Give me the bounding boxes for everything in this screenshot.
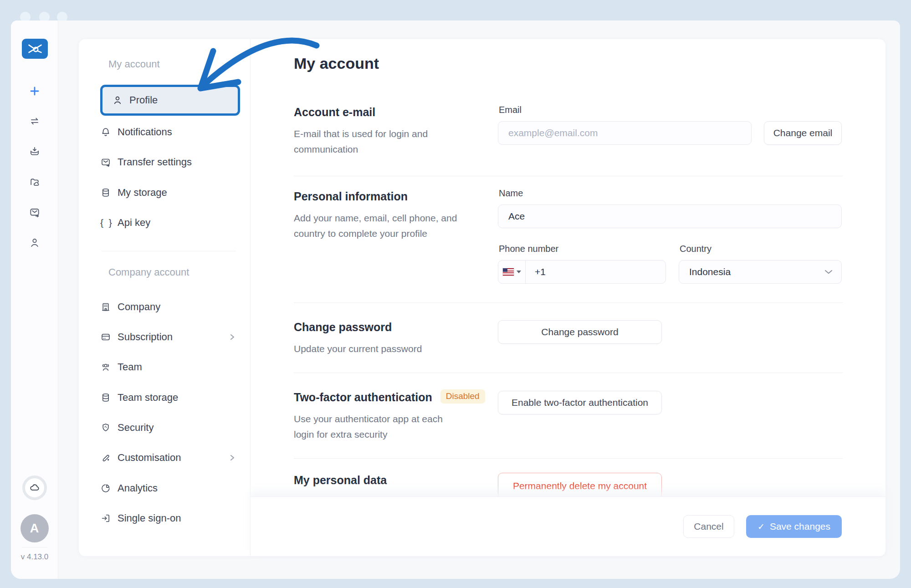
section-personal-information: Personal information Add your name, emai… — [294, 188, 842, 241]
sidebar-item-analytics[interactable]: Analytics — [100, 480, 240, 496]
logo-glyph — [25, 41, 45, 56]
rail-divider — [22, 547, 47, 547]
us-flag-icon — [503, 268, 514, 276]
sidebar-item-label: Customisation — [118, 452, 181, 464]
disabled-status-badge: Disabled — [440, 389, 485, 404]
cloud-folder-icon[interactable] — [29, 176, 41, 188]
sidebar-divider — [102, 251, 236, 251]
chevron-right-icon — [229, 453, 235, 463]
settings-card: My account Profile Notifications — [79, 39, 885, 556]
country-select[interactable]: Indonesia — [679, 260, 842, 284]
country-label: Country — [680, 244, 842, 254]
people-icon — [100, 362, 111, 373]
bell-icon — [100, 127, 111, 138]
sidebar-item-transfer-settings[interactable]: Transfer settings — [100, 154, 240, 170]
person-icon — [112, 95, 123, 106]
delete-account-button[interactable]: Permanently delete my account — [498, 473, 662, 499]
sidebar-item-label: Single sign-on — [118, 512, 181, 524]
building-icon — [100, 302, 111, 312]
braces-icon: { } — [100, 217, 111, 228]
chevron-right-icon — [229, 332, 235, 342]
section-two-factor: Two-factor authentication Disabled Use y… — [294, 389, 842, 442]
section-description: E-mail that is used for login and commun… — [294, 126, 449, 157]
enable-two-factor-button[interactable]: Enable two-factor authentication — [498, 391, 662, 414]
sidebar-item-company[interactable]: Company — [100, 299, 240, 315]
app-window: A v 4.13.0 My account Profile Notificati… — [11, 20, 900, 579]
sidebar-item-label: Team — [118, 361, 142, 373]
sent-transfers-icon[interactable] — [29, 206, 41, 218]
section-description: Update your current password — [294, 341, 460, 357]
account-person-icon[interactable] — [29, 237, 41, 249]
app-logo[interactable] — [22, 39, 48, 59]
app-version: v 4.13.0 — [11, 552, 58, 562]
sidebar-item-subscription[interactable]: Subscription — [100, 329, 240, 345]
cancel-button[interactable]: Cancel — [683, 515, 734, 538]
change-email-button[interactable]: Change email — [764, 121, 842, 145]
country-code-selector[interactable] — [498, 261, 526, 283]
transfers-icon[interactable] — [29, 115, 41, 127]
sign-in-icon — [100, 513, 111, 524]
save-changes-label: Save changes — [770, 521, 830, 532]
avatar-initial: A — [30, 522, 39, 536]
shield-icon — [100, 422, 111, 433]
form-footer: Cancel ✓ Save changes — [251, 496, 885, 556]
sidebar-item-label: Security — [118, 422, 154, 434]
envelope-arrow-icon — [100, 157, 111, 168]
section-description: Add your name, email, cell phone, and co… — [294, 210, 465, 241]
sidebar-item-label: Notifications — [118, 126, 172, 138]
country-value: Indonesia — [689, 266, 731, 277]
sidebar-item-profile[interactable]: Profile — [100, 85, 240, 116]
phone-input-group — [498, 260, 666, 284]
sidebar-item-customisation[interactable]: Customisation — [100, 450, 240, 466]
user-avatar[interactable]: A — [20, 514, 49, 542]
sidebar-item-label: Transfer settings — [118, 156, 192, 168]
chevron-down-icon — [824, 269, 833, 275]
sidebar-section-company-account: Company account — [108, 266, 189, 278]
section-heading: Two-factor authentication — [294, 391, 432, 404]
section-account-email: Account e-mail E-mail that is used for l… — [294, 104, 842, 157]
sidebar-item-my-storage[interactable]: My storage — [100, 184, 240, 201]
sidebar-item-single-sign-on[interactable]: Single sign-on — [100, 510, 240, 527]
caret-down-icon — [517, 271, 521, 273]
sidebar-item-label: Team storage — [118, 392, 178, 404]
sidebar-item-team-storage[interactable]: Team storage — [100, 389, 240, 406]
section-divider — [294, 458, 843, 459]
section-divider — [294, 176, 843, 176]
sidebar-item-team[interactable]: Team — [100, 359, 240, 375]
inbox-received-icon[interactable] — [29, 145, 41, 157]
sidebar-item-label: Subscription — [118, 331, 173, 343]
sidebar-item-label: My storage — [118, 187, 167, 199]
cloud-icon — [29, 482, 41, 494]
sidebar-section-my-account: My account — [108, 58, 160, 70]
sidebar-item-label: Company — [118, 301, 160, 313]
change-password-button[interactable]: Change password — [498, 320, 662, 344]
save-changes-button[interactable]: ✓ Save changes — [746, 515, 842, 538]
sidebar-item-label: Profile — [129, 94, 158, 106]
pie-chart-icon — [100, 483, 111, 494]
sidebar-item-notifications[interactable]: Notifications — [100, 124, 240, 140]
settings-main: My account Account e-mail E-mail that is… — [251, 39, 885, 556]
icon-rail: A v 4.13.0 — [11, 20, 58, 579]
sidebar-item-security[interactable]: Security — [100, 419, 240, 436]
database-icon — [100, 187, 111, 198]
storage-status-button[interactable] — [22, 476, 47, 500]
phone-number-input[interactable] — [526, 261, 653, 283]
phone-label: Phone number — [499, 244, 666, 254]
email-input[interactable] — [498, 121, 752, 145]
section-divider — [294, 302, 843, 303]
name-label: Name — [499, 188, 842, 199]
email-label: Email — [499, 105, 842, 115]
settings-sidebar: My account Profile Notifications — [79, 39, 251, 556]
section-description: Use your authenticator app at each login… — [294, 411, 460, 442]
section-personal-data: My personal data Permanently delete my a… — [294, 472, 842, 487]
sidebar-item-label: Analytics — [118, 482, 158, 494]
section-change-password: Change password Update your current pass… — [294, 319, 842, 357]
page-title: My account — [294, 55, 379, 72]
card-icon — [100, 332, 111, 343]
paintbrush-icon — [100, 452, 111, 463]
new-transfer-plus-icon[interactable] — [29, 85, 41, 97]
database-icon — [100, 392, 111, 403]
name-input[interactable] — [498, 205, 842, 228]
sidebar-item-label: Api key — [118, 217, 150, 229]
sidebar-item-api-key[interactable]: { } Api key — [100, 215, 240, 231]
